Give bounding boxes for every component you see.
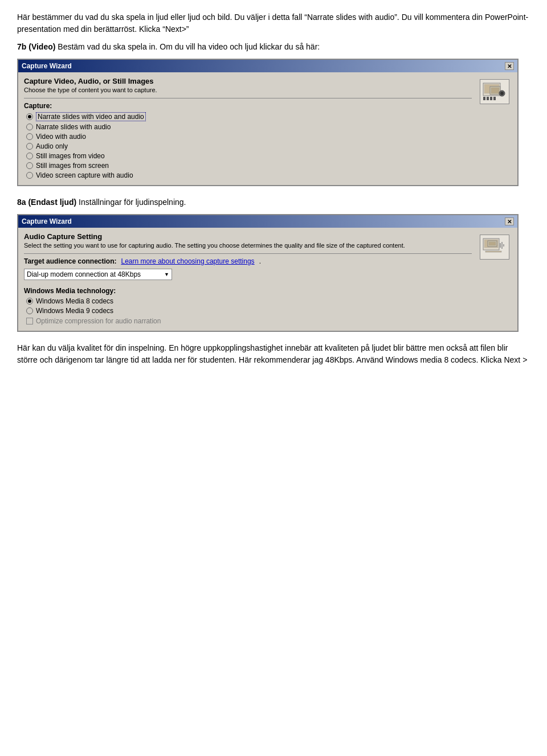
radio-narrate-audio[interactable]	[26, 124, 33, 130]
radio-label-3: Audio only	[36, 142, 68, 150]
audio-capture-icon	[482, 236, 507, 258]
dialog1-main: Capture Video, Audio, or Still Images Ch…	[24, 77, 472, 179]
dialog2-title: Capture Wizard	[22, 217, 72, 225]
final-paragraph: Här kan du välja kvalitet för din inspel…	[17, 342, 530, 366]
section-8a-label: 8a (Endast ljud)	[17, 198, 76, 207]
section-7b-text: Bestäm vad du ska spela in. Om du vill h…	[55, 42, 320, 51]
target-label: Target audience connection:	[24, 257, 116, 265]
radio-item-2[interactable]: Video with audio	[26, 133, 472, 141]
radio-label-5: Still images from screen	[36, 162, 109, 170]
radio-label-0: Narrate slides with video and audio	[36, 112, 146, 121]
svg-rect-6	[483, 97, 485, 100]
target-link-suffix: .	[259, 257, 261, 265]
radio-wm8[interactable]	[26, 298, 33, 305]
dialog2-subheading: Select the setting you want to use for c…	[24, 242, 472, 249]
dialog1-radio-group: Narrate slides with video and audio Narr…	[26, 112, 472, 179]
radio-label-4: Still images from video	[36, 152, 105, 160]
dialog1-title: Capture Wizard	[22, 62, 72, 70]
radio-item-1[interactable]: Narrate slides with audio	[26, 123, 472, 131]
wm-radio-group: Windows Media 8 codecs Windows Media 9 c…	[26, 297, 472, 315]
section-7b-heading-para: 7b (Video) Bestäm vad du ska spela in. O…	[17, 41, 530, 53]
connection-select-value: Dial-up modem connection at 48Kbps	[27, 270, 141, 278]
dialog2-heading: Audio Capture Setting	[24, 232, 472, 241]
svg-rect-7	[487, 97, 489, 100]
optimize-checkbox-label: Optimize compression for audio narration	[36, 317, 161, 325]
radio-item-6[interactable]: Video screen capture with audio	[26, 171, 472, 179]
svg-rect-8	[490, 97, 492, 100]
section-8a-heading-para: 8a (Endast ljud) Inställningar för ljudi…	[17, 196, 530, 208]
radio-item-0[interactable]: Narrate slides with video and audio	[26, 112, 472, 121]
dialog1-separator	[24, 98, 472, 98]
radio-video-screen-capture[interactable]	[26, 172, 33, 179]
dialog2-close-button[interactable]: ✕	[505, 217, 514, 225]
intro-paragraph: Här bestämmer du vad du ska spela in lju…	[17, 11, 530, 35]
dialog1-capture-label: Capture:	[24, 102, 472, 110]
wm-section: Windows Media technology: Windows Media …	[24, 287, 472, 325]
radio-video-audio[interactable]	[26, 133, 33, 140]
radio-narrate-video-audio[interactable]	[26, 113, 33, 120]
svg-point-5	[500, 92, 504, 95]
svg-rect-14	[485, 251, 501, 252]
dialog2-icon-box	[480, 235, 509, 260]
wm-radio-item-0[interactable]: Windows Media 8 codecs	[26, 297, 472, 305]
radio-still-images-video[interactable]	[26, 153, 33, 159]
target-link[interactable]: Learn more about choosing capture settin…	[121, 257, 254, 265]
dialog1-close-button[interactable]: ✕	[505, 62, 514, 70]
dialog1-body: Capture Video, Audio, or Still Images Ch…	[18, 72, 517, 185]
capture-wizard-dialog-1: Capture Wizard ✕ Capture Video, Audio, o…	[17, 59, 519, 186]
svg-rect-13	[489, 242, 496, 245]
wm-label: Windows Media technology:	[24, 287, 472, 295]
dialog2-icon-area	[477, 232, 512, 325]
dialog1-titlebar: Capture Wizard ✕	[18, 60, 517, 72]
capture-wizard-icon	[482, 81, 507, 102]
dialog2-separator	[24, 253, 472, 254]
wm-radio-label-0: Windows Media 8 codecs	[36, 297, 113, 305]
dialog1-subheading: Choose the type of content you want to c…	[24, 87, 472, 93]
connection-select[interactable]: Dial-up modem connection at 48Kbps ▼	[24, 269, 172, 280]
radio-wm9[interactable]	[26, 307, 33, 314]
svg-rect-3	[491, 88, 499, 93]
dialog1-icon-box	[480, 79, 509, 104]
select-dropdown-arrow-icon: ▼	[164, 272, 169, 277]
optimize-checkbox-row[interactable]: Optimize compression for audio narration	[26, 317, 472, 325]
radio-still-images-screen[interactable]	[26, 162, 33, 169]
optimize-checkbox[interactable]	[26, 318, 33, 324]
radio-label-6: Video screen capture with audio	[36, 171, 133, 179]
radio-label-1: Narrate slides with audio	[36, 123, 111, 131]
dialog1-icon-area	[477, 77, 512, 179]
svg-rect-9	[493, 97, 496, 100]
dialog2-body: Audio Capture Setting Select the setting…	[18, 228, 517, 331]
radio-item-3[interactable]: Audio only	[26, 142, 472, 150]
radio-label-2: Video with audio	[36, 133, 86, 141]
dialog1-heading: Capture Video, Audio, or Still Images	[24, 77, 472, 85]
radio-item-4[interactable]: Still images from video	[26, 152, 472, 160]
wm-radio-item-1[interactable]: Windows Media 9 codecs	[26, 307, 472, 315]
dialog2-titlebar: Capture Wizard ✕	[18, 215, 517, 228]
section-7b-label: 7b (Video)	[17, 42, 55, 51]
radio-audio-only[interactable]	[26, 143, 33, 150]
target-audience-row: Target audience connection: Learn more a…	[24, 257, 472, 265]
dialog2-main: Audio Capture Setting Select the setting…	[24, 232, 472, 325]
wm-radio-label-1: Windows Media 9 codecs	[36, 307, 113, 315]
capture-wizard-dialog-2: Capture Wizard ✕ Audio Capture Setting S…	[17, 214, 519, 332]
section-8a-text: Inställningar för ljudinspelning.	[76, 198, 186, 207]
radio-item-5[interactable]: Still images from screen	[26, 162, 472, 170]
